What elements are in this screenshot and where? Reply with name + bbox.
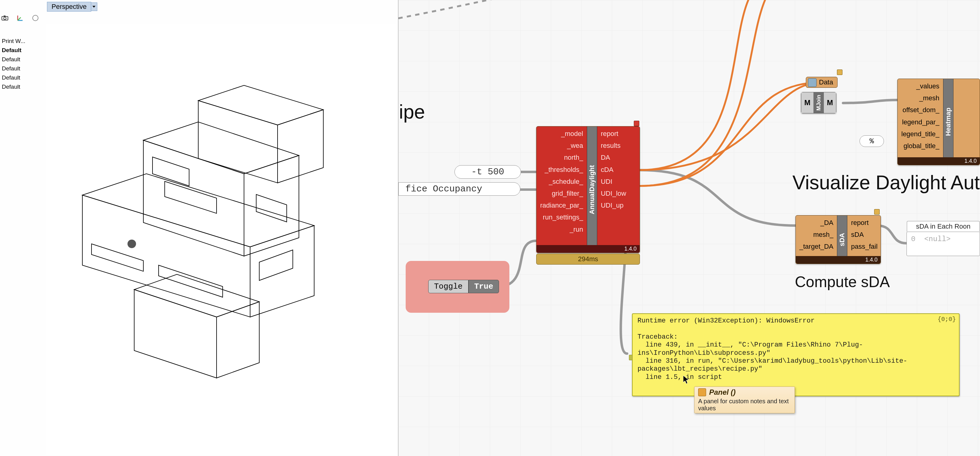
named-view-item[interactable]: Default [2,46,29,55]
camera-target-icon [127,240,136,248]
viewport-toolbar [0,12,47,24]
mjoin-title: MJoin [813,92,824,113]
port-input[interactable]: radiance_par_ [539,199,584,211]
named-view-item[interactable]: Print W... [2,37,29,46]
port-input[interactable]: global_title_ [900,140,941,152]
text-panel-t500[interactable]: -t 500 [455,165,521,179]
port-output[interactable]: cDA [600,164,627,176]
svg-marker-8 [198,85,323,125]
axis-icon[interactable] [16,14,24,22]
panel-text: Runtime error (Win32Exception): WindowsE… [638,317,954,381]
svg-marker-14 [82,174,314,247]
svg-marker-22 [165,181,216,213]
port-input[interactable]: _model [539,128,584,140]
warning-balloon-icon[interactable] [837,70,842,75]
node-inputs: _values _mesh offset_dom_ legend_par_ le… [898,79,943,165]
boolean-toggle[interactable]: Toggle True [428,280,499,293]
port-output[interactable]: results [600,140,627,151]
port-output[interactable]: report [850,217,879,229]
component-mjoin[interactable]: M MJoin M [801,92,836,113]
port-input[interactable]: _values [900,80,941,92]
scribble-recipe: ipe [399,100,425,123]
text-panel-occupancy[interactable]: fice Occupancy [398,182,520,196]
timer-strip: 294ms [536,254,640,265]
grasshopper-canvas[interactable]: ipe Visualize Daylight Autor Compute sDA… [398,0,980,456]
text-panel-header: sDA in Each Roon [907,221,980,232]
viewport-tab-perspective[interactable]: Perspective [47,2,91,11]
panel-input-grip-icon[interactable] [629,355,633,360]
toggle-label: Toggle [428,280,468,293]
node-version-badge: 1.4.0 [796,256,881,264]
scribble-compute-sda: Compute sDA [795,273,890,291]
port-input[interactable]: mesh_ [798,229,835,240]
viewport-tab-dropdown-icon[interactable] [91,2,97,11]
component-annual-daylight[interactable]: _model _wea north_ _thresholds_ _schedul… [536,126,640,253]
text-panel-sda-output[interactable]: sDA in Each Roon 0 <null> [907,232,980,256]
port-output[interactable]: pass_fail [850,240,879,253]
port-output[interactable]: UDI_up [600,199,627,211]
lock-icon[interactable] [32,14,39,22]
param-data[interactable]: Data [806,77,838,88]
named-view-item[interactable]: Default [2,73,29,82]
named-view-item[interactable]: Default [2,82,29,91]
viewport-tab-bar: Perspective [47,2,97,11]
mjoin-left[interactable]: M [801,92,813,113]
param-data-label: Data [819,78,833,86]
port-input[interactable]: _thresholds_ [539,164,584,176]
svg-marker-19 [92,244,143,271]
port-input[interactable]: _target_DA [798,240,835,253]
panel-value: <null> [924,235,950,243]
svg-marker-12 [244,156,299,256]
port-output[interactable]: DA [600,151,627,164]
node-title: AnnualDaylight [587,127,597,253]
port-input[interactable]: offset_dom_ [900,104,941,116]
svg-point-6 [33,15,38,21]
wireframe-model [46,24,396,451]
port-input[interactable]: _wea [539,140,584,151]
component-sda[interactable]: _DA mesh_ _target_DA sDA report sDA pass… [795,215,881,264]
svg-marker-21 [256,194,287,222]
svg-marker-9 [278,110,323,183]
component-heatmap[interactable]: _values _mesh offset_dom_ legend_par_ le… [897,79,980,165]
tooltip-panel: Panel () A panel for custom notes and te… [694,386,795,413]
svg-point-1 [4,17,6,19]
svg-marker-18 [134,274,259,317]
node-inputs: _model _wea north_ _thresholds_ _schedul… [536,127,587,253]
svg-marker-15 [250,226,314,317]
node-title: Heatmap [943,79,953,165]
port-input[interactable]: legend_par_ [900,116,941,128]
svg-marker-11 [143,122,299,174]
port-output[interactable]: sDA [850,229,879,240]
percent-capsule[interactable]: % [859,135,884,147]
node-version-badge: 1.4.0 [898,157,980,165]
port-input[interactable]: legend_title_ [900,128,941,140]
port-output[interactable]: UDI [600,176,627,187]
named-view-item[interactable]: Default [2,55,29,64]
panel-icon [698,388,706,396]
data-icon [808,78,816,87]
text-panel-error[interactable]: {0;0} Runtime error (Win32Exception): Wi… [632,313,959,396]
mjoin-right[interactable]: M [824,92,836,113]
tooltip-description: A panel for custom notes and text values [698,398,791,412]
port-input[interactable]: _DA [798,217,835,229]
svg-marker-20 [159,265,223,297]
port-input[interactable]: grid_filter_ [539,187,584,199]
port-output[interactable]: UDI_low [600,187,627,199]
toggle-state[interactable]: True [468,280,499,293]
port-input[interactable]: _run [539,223,584,235]
warning-balloon-icon[interactable] [874,209,880,214]
camera-icon[interactable] [1,14,8,22]
rhino-viewport: Perspective Print W... Default Default D… [0,0,398,456]
error-balloon-icon[interactable] [634,121,639,126]
port-input[interactable]: _schedule_ [539,176,584,187]
scribble-visualize: Visualize Daylight Autor [792,171,980,194]
node-version-badge: 1.4.0 [536,245,640,253]
port-input[interactable]: _mesh [900,92,941,104]
svg-marker-10 [143,140,244,256]
port-output[interactable]: report [600,128,627,140]
port-input[interactable]: north_ [539,151,584,164]
named-view-item[interactable]: Default [2,64,29,73]
tooltip-title: Panel () [709,388,736,397]
port-input[interactable]: run_settings_ [539,211,584,223]
viewport-3d[interactable] [46,24,398,455]
